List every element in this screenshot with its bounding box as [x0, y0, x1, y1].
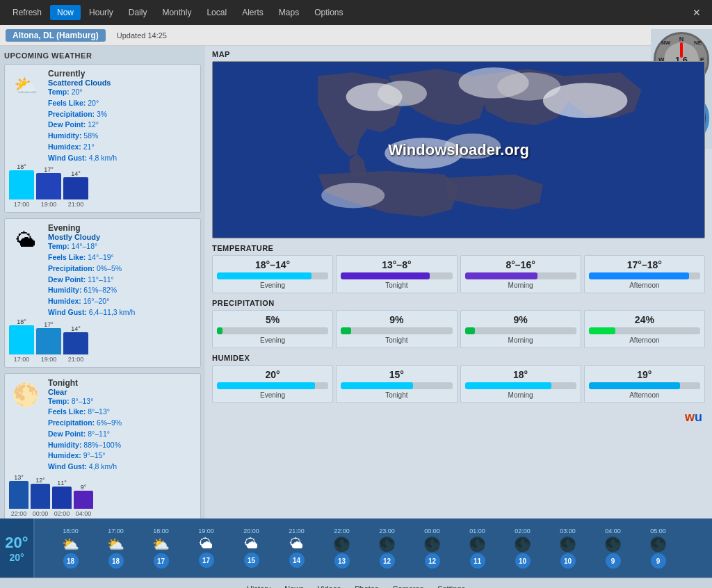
list-item: 03:00 🌑 10	[545, 526, 590, 570]
timeline: 20° 20° 15:00 ⛅ 18 18:00 ⛅ 18 17:00 ⛅ 18…	[0, 518, 712, 578]
compass-needle	[680, 42, 683, 58]
currently-icon: ⛅	[9, 69, 42, 102]
monthly-button[interactable]: Monthly	[155, 5, 198, 20]
precip-evening-value: 5%	[217, 314, 328, 325]
humidex-evening-value: 20°	[217, 369, 328, 380]
dir-ne-label: NE	[694, 40, 702, 46]
temp-afternoon-value: 17°–18°	[589, 259, 700, 270]
precip-tonight-value: 9%	[341, 314, 452, 325]
footer-photos[interactable]: Photos	[355, 585, 378, 589]
tonight-period: Tonight	[48, 378, 196, 388]
precip-evening: 5% Evening	[212, 310, 333, 348]
temperature-section: TEMPERATURE 18°–14° Evening 13°–8° Tonig…	[212, 244, 705, 293]
list-item: 05:00 🌑 9	[636, 526, 677, 570]
local-button[interactable]: Local	[200, 5, 234, 20]
temp-morning-label: Morning	[465, 281, 576, 289]
footer-history[interactable]: History	[247, 585, 270, 589]
humidex-afternoon-value: 19°	[589, 369, 700, 380]
list-item: 00:00 🌑 12	[410, 526, 455, 570]
list-item: 17:00 ⛅ 18	[93, 526, 138, 570]
alerts-button[interactable]: Alerts	[235, 5, 270, 20]
precip-morning-label: Morning	[465, 336, 576, 344]
wu-logo-area: wu	[212, 409, 705, 425]
currently-info: Currently Scattered Clouds Temp: 20° Fee…	[48, 69, 196, 163]
currently-chart: 18° 17° 14° 17:00	[9, 166, 196, 208]
currently-condition: Scattered Clouds	[48, 79, 196, 87]
humidex-section: HUMIDEX 20° Evening 15° Tonight 18°	[212, 354, 705, 403]
list-item: 21:00 🌥 14	[274, 526, 319, 570]
list-item: 19:00 🌥 17	[184, 526, 229, 570]
location-badge[interactable]: Altona, DL (Hamburg)	[6, 29, 106, 42]
evening-condition: Mostly Cloudy	[48, 233, 196, 241]
options-button[interactable]: Options	[307, 5, 350, 20]
list-item: 04:00 🌑 9	[590, 526, 636, 570]
tonight-details: Temp: 8°–13° Feels Like: 8°–13° Precipit…	[48, 396, 196, 473]
temp-afternoon-label: Afternoon	[589, 281, 700, 289]
humidex-morning: 18° Morning	[460, 365, 581, 403]
humidex-evening: 20° Evening	[212, 365, 333, 403]
humidex-morning-label: Morning	[465, 391, 576, 399]
list-item: 01:00 🌑 11	[455, 526, 500, 570]
current-low: 20°	[9, 552, 24, 563]
wu-logo: wu	[685, 410, 702, 424]
temp-evening-label: Evening	[217, 281, 328, 289]
precip-afternoon-value: 24%	[589, 314, 700, 325]
temperature-title: TEMPERATURE	[212, 244, 705, 252]
timeline-items: 15:00 ⛅ 18 18:00 ⛅ 18 17:00 ⛅ 18 18:00 ⛅…	[0, 526, 677, 570]
evening-icon: 🌥	[9, 223, 42, 256]
current-temp: 20°	[5, 534, 28, 552]
tonight-info: Tonight Clear Temp: 8°–13° Feels Like: 8…	[48, 378, 196, 473]
maps-button[interactable]: Maps	[272, 5, 306, 20]
precipitation-title: PRECIPITATION	[212, 299, 705, 307]
precipitation-grid: 5% Evening 9% Tonight 9% Morning	[212, 310, 705, 348]
footer-news[interactable]: News	[284, 585, 304, 589]
precip-evening-label: Evening	[217, 336, 328, 344]
currently-card: ⛅ Currently Scattered Clouds Temp: 20° F…	[4, 64, 201, 213]
precip-morning-value: 9%	[465, 314, 576, 325]
menubar: Refresh Now Hourly Daily Monthly Local A…	[0, 0, 712, 25]
temperature-grid: 18°–14° Evening 13°–8° Tonight 8°–16° Mo…	[212, 255, 705, 293]
close-button[interactable]: ✕	[687, 6, 706, 19]
list-item: 22:00 🌑 13	[319, 526, 364, 570]
temp-evening-value: 18°–14°	[217, 259, 328, 270]
footer-settings[interactable]: Settings	[437, 585, 465, 589]
map-watermark: Windowsloader.org	[388, 141, 529, 159]
hourly-button[interactable]: Hourly	[82, 5, 120, 20]
tonight-icon: 🌕	[9, 378, 42, 411]
evening-period: Evening	[48, 223, 196, 233]
current-temp-badge: 20° 20°	[0, 518, 35, 578]
humidex-afternoon-label: Afternoon	[589, 391, 700, 399]
list-item: 18:00 ⛅ 17	[138, 526, 184, 570]
precip-tonight: 9% Tonight	[336, 310, 457, 348]
evening-info: Evening Mostly Cloudy Temp: 14°–18° Feel…	[48, 223, 196, 318]
temp-tonight-label: Tonight	[341, 281, 452, 289]
upcoming-title: UPCOMING WEATHER	[4, 51, 201, 60]
now-button[interactable]: Now	[50, 5, 81, 20]
precip-afternoon: 24% Afternoon	[584, 310, 705, 348]
evening-card: 🌥 Evening Mostly Cloudy Temp: 14°–18° Fe…	[4, 218, 201, 367]
humidex-afternoon: 19° Afternoon	[584, 365, 705, 403]
humidex-tonight: 15° Tonight	[336, 365, 457, 403]
left-panel: UPCOMING WEATHER ⛅ Currently Scattered C…	[0, 46, 205, 518]
humidex-morning-value: 18°	[465, 369, 576, 380]
daily-button[interactable]: Daily	[122, 5, 154, 20]
main-content: UPCOMING WEATHER ⛅ Currently Scattered C…	[0, 46, 712, 518]
temp-evening: 18°–14° Evening	[212, 255, 333, 293]
dir-nw-label: NW	[661, 40, 670, 46]
footer-cameras[interactable]: Cameras	[393, 585, 424, 589]
tonight-card: 🌕 Tonight Clear Temp: 8°–13° Feels Like:…	[4, 373, 201, 519]
footer-videos[interactable]: Videos	[318, 585, 341, 589]
refresh-button[interactable]: Refresh	[6, 5, 49, 20]
temp-tonight-value: 13°–8°	[341, 259, 452, 270]
currently-period: Currently	[48, 69, 196, 79]
tonight-condition: Clear	[48, 388, 196, 396]
humidex-evening-label: Evening	[217, 391, 328, 399]
humidex-grid: 20° Evening 15° Tonight 18° Morning	[212, 365, 705, 403]
app-container: Refresh Now Hourly Daily Monthly Local A…	[0, 0, 712, 588]
precipitation-section: PRECIPITATION 5% Evening 9% Tonight 9%	[212, 299, 705, 348]
temp-morning: 8°–16° Morning	[460, 255, 581, 293]
updated-text: Updated 14:25	[117, 31, 167, 40]
svg-point-5	[543, 83, 627, 118]
list-item: 02:00 🌑 10	[500, 526, 545, 570]
map-container: Windowsloader.org	[212, 61, 705, 238]
